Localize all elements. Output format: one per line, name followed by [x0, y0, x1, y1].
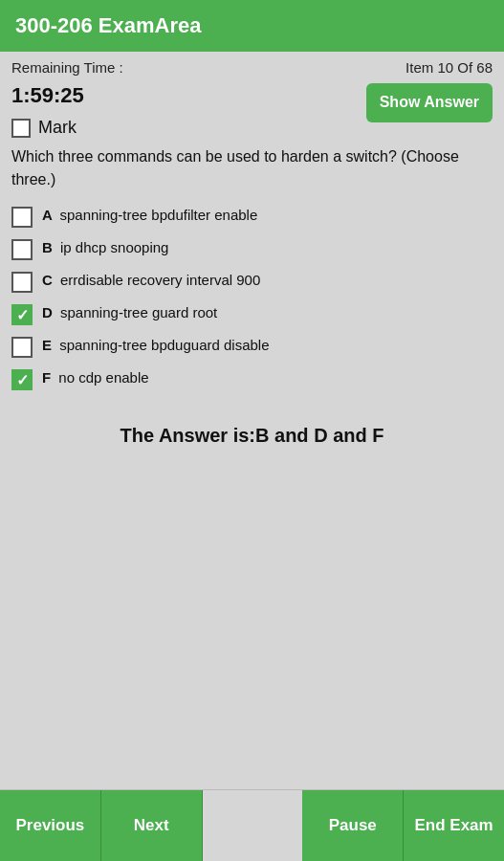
question-text: Which three commands can be used to hard… [11, 145, 493, 191]
show-answer-button[interactable]: Show Answer [366, 83, 493, 122]
option-text-f: F no cdp enable [42, 367, 149, 389]
answer-display: The Answer is:B and D and F [11, 409, 493, 462]
option-checkbox-a[interactable] [11, 207, 33, 228]
item-counter: Item 10 Of 68 [405, 59, 493, 76]
content-area: 1:59:25 Mark Show Answer Which three com… [0, 79, 504, 789]
bottom-nav: Previous Next Pause End Exam [0, 789, 504, 861]
mark-row: Mark [11, 118, 84, 138]
timer-row: 1:59:25 Mark Show Answer [11, 79, 493, 138]
end-exam-button[interactable]: End Exam [404, 790, 504, 861]
mark-label: Mark [38, 118, 77, 138]
nav-spacer [203, 790, 303, 861]
option-checkbox-b[interactable] [11, 239, 33, 260]
mark-checkbox[interactable] [11, 119, 31, 138]
option-row-a: A spanning-tree bpdufilter enable [11, 205, 493, 228]
previous-button[interactable]: Previous [0, 790, 101, 861]
option-checkbox-d[interactable]: ✓ [11, 304, 33, 325]
option-row-c: C errdisable recovery interval 900 [11, 270, 493, 293]
option-text-e: E spanning-tree bpduguard disable [42, 335, 270, 357]
options-list: A spanning-tree bpdufilter enableB ip dh… [11, 205, 493, 390]
option-row-e: E spanning-tree bpduguard disable [11, 335, 493, 358]
meta-row: Remaining Time : Item 10 Of 68 [0, 52, 504, 79]
option-row-b: B ip dhcp snooping [11, 237, 493, 260]
option-text-a: A spanning-tree bpdufilter enable [42, 205, 257, 227]
option-checkbox-c[interactable] [11, 272, 33, 293]
option-row-d: ✓D spanning-tree guard root [11, 302, 493, 325]
timer-display: 1:59:25 [11, 83, 84, 108]
remaining-time-label: Remaining Time : [11, 59, 123, 76]
option-text-d: D spanning-tree guard root [42, 302, 217, 324]
option-row-f: ✓F no cdp enable [11, 367, 493, 390]
app-header: 300-206 ExamArea [0, 0, 504, 52]
pause-button[interactable]: Pause [302, 790, 404, 861]
option-text-b: B ip dhcp snooping [42, 237, 168, 259]
option-checkbox-f[interactable]: ✓ [11, 369, 33, 390]
timer-left: 1:59:25 Mark [11, 79, 84, 138]
next-button[interactable]: Next [101, 790, 203, 861]
option-checkbox-e[interactable] [11, 337, 33, 358]
app-title: 300-206 ExamArea [15, 13, 201, 37]
option-text-c: C errdisable recovery interval 900 [42, 270, 260, 292]
